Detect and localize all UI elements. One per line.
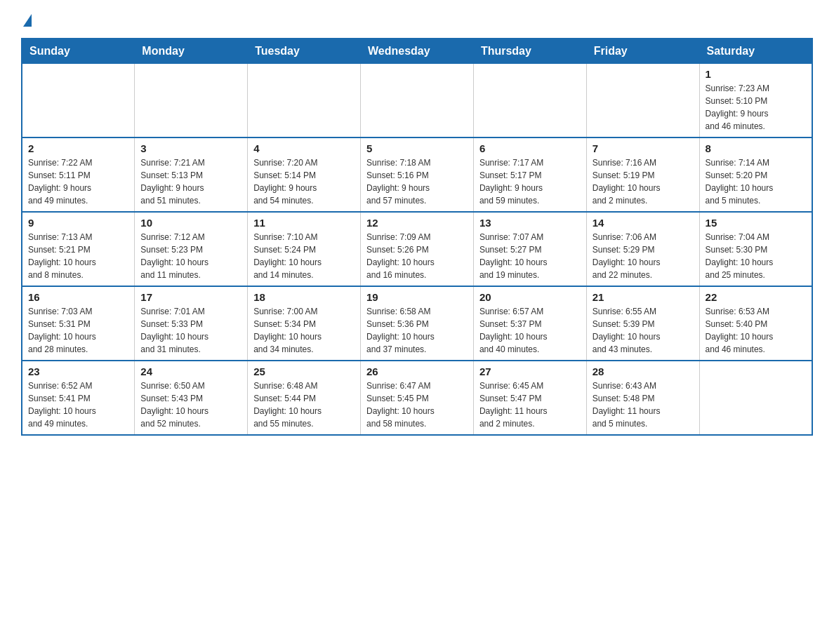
day-number: 18: [253, 291, 355, 303]
calendar-cell: 20Sunrise: 6:57 AM Sunset: 5:37 PM Dayli…: [473, 286, 586, 361]
day-number: 22: [706, 291, 806, 303]
day-info-text: Sunrise: 7:09 AM Sunset: 5:26 PM Dayligh…: [366, 231, 468, 281]
day-info-text: Sunrise: 7:07 AM Sunset: 5:27 PM Dayligh…: [479, 231, 581, 281]
calendar-cell: 23Sunrise: 6:52 AM Sunset: 5:41 PM Dayli…: [22, 361, 135, 435]
day-info-text: Sunrise: 7:14 AM Sunset: 5:20 PM Dayligh…: [706, 156, 806, 207]
day-info-text: Sunrise: 6:52 AM Sunset: 5:41 PM Dayligh…: [28, 380, 128, 430]
page-header: [21, 14, 813, 24]
calendar-cell: 6Sunrise: 7:17 AM Sunset: 5:17 PM Daylig…: [473, 137, 586, 212]
day-info-text: Sunrise: 6:47 AM Sunset: 5:45 PM Dayligh…: [366, 380, 468, 430]
day-info-text: Sunrise: 7:23 AM Sunset: 5:10 PM Dayligh…: [706, 82, 806, 133]
day-header-friday: Friday: [586, 39, 699, 64]
calendar-cell: 13Sunrise: 7:07 AM Sunset: 5:27 PM Dayli…: [473, 212, 586, 286]
calendar-cell: 22Sunrise: 6:53 AM Sunset: 5:40 PM Dayli…: [699, 286, 812, 361]
day-number: 28: [593, 365, 694, 377]
day-info-text: Sunrise: 7:00 AM Sunset: 5:34 PM Dayligh…: [253, 305, 355, 356]
day-number: 11: [253, 217, 355, 229]
calendar-cell: [699, 361, 812, 435]
calendar-cell: 8Sunrise: 7:14 AM Sunset: 5:20 PM Daylig…: [699, 137, 812, 212]
day-number: 14: [593, 217, 694, 229]
day-number: 19: [366, 291, 468, 303]
day-number: 7: [593, 142, 694, 154]
logo-triangle-icon: [23, 14, 32, 27]
day-number: 10: [140, 217, 241, 229]
day-info-text: Sunrise: 7:16 AM Sunset: 5:19 PM Dayligh…: [593, 156, 694, 207]
day-info-text: Sunrise: 6:48 AM Sunset: 5:44 PM Dayligh…: [253, 380, 355, 430]
day-info-text: Sunrise: 6:55 AM Sunset: 5:39 PM Dayligh…: [593, 305, 694, 356]
day-info-text: Sunrise: 6:50 AM Sunset: 5:43 PM Dayligh…: [140, 380, 241, 430]
day-info-text: Sunrise: 7:13 AM Sunset: 5:21 PM Dayligh…: [28, 231, 128, 281]
day-number: 8: [706, 142, 806, 154]
day-number: 24: [140, 365, 241, 377]
calendar-cell: 24Sunrise: 6:50 AM Sunset: 5:43 PM Dayli…: [135, 361, 248, 435]
calendar-table: SundayMondayTuesdayWednesdayThursdayFrid…: [21, 38, 813, 436]
calendar-cell: 14Sunrise: 7:06 AM Sunset: 5:29 PM Dayli…: [586, 212, 699, 286]
day-number: 2: [28, 142, 128, 154]
calendar-cell: 17Sunrise: 7:01 AM Sunset: 5:33 PM Dayli…: [135, 286, 248, 361]
calendar-week-4: 16Sunrise: 7:03 AM Sunset: 5:31 PM Dayli…: [22, 286, 812, 361]
day-number: 15: [706, 217, 806, 229]
calendar-cell: [135, 64, 248, 138]
calendar-cell: 2Sunrise: 7:22 AM Sunset: 5:11 PM Daylig…: [22, 137, 135, 212]
day-info-text: Sunrise: 6:58 AM Sunset: 5:36 PM Dayligh…: [366, 305, 468, 356]
calendar-week-5: 23Sunrise: 6:52 AM Sunset: 5:41 PM Dayli…: [22, 361, 812, 435]
calendar-cell: 19Sunrise: 6:58 AM Sunset: 5:36 PM Dayli…: [361, 286, 474, 361]
day-header-monday: Monday: [135, 39, 248, 64]
calendar-cell: 26Sunrise: 6:47 AM Sunset: 5:45 PM Dayli…: [361, 361, 474, 435]
calendar-cell: 16Sunrise: 7:03 AM Sunset: 5:31 PM Dayli…: [22, 286, 135, 361]
day-info-text: Sunrise: 7:03 AM Sunset: 5:31 PM Dayligh…: [28, 305, 128, 356]
day-info-text: Sunrise: 7:12 AM Sunset: 5:23 PM Dayligh…: [140, 231, 241, 281]
calendar-week-1: 1Sunrise: 7:23 AM Sunset: 5:10 PM Daylig…: [22, 64, 812, 138]
calendar-cell: 4Sunrise: 7:20 AM Sunset: 5:14 PM Daylig…: [248, 137, 361, 212]
calendar-cell: 27Sunrise: 6:45 AM Sunset: 5:47 PM Dayli…: [473, 361, 586, 435]
calendar-cell: [473, 64, 586, 138]
day-info-text: Sunrise: 6:45 AM Sunset: 5:47 PM Dayligh…: [479, 380, 581, 430]
day-info-text: Sunrise: 7:18 AM Sunset: 5:16 PM Dayligh…: [366, 156, 468, 207]
calendar-cell: 10Sunrise: 7:12 AM Sunset: 5:23 PM Dayli…: [135, 212, 248, 286]
day-number: 12: [366, 217, 468, 229]
day-number: 9: [28, 217, 128, 229]
calendar-cell: 12Sunrise: 7:09 AM Sunset: 5:26 PM Dayli…: [361, 212, 474, 286]
day-info-text: Sunrise: 7:22 AM Sunset: 5:11 PM Dayligh…: [28, 156, 128, 207]
calendar-cell: 18Sunrise: 7:00 AM Sunset: 5:34 PM Dayli…: [248, 286, 361, 361]
day-header-sunday: Sunday: [22, 39, 135, 64]
calendar-cell: 25Sunrise: 6:48 AM Sunset: 5:44 PM Dayli…: [248, 361, 361, 435]
day-info-text: Sunrise: 7:21 AM Sunset: 5:13 PM Dayligh…: [140, 156, 241, 207]
day-info-text: Sunrise: 6:53 AM Sunset: 5:40 PM Dayligh…: [706, 305, 806, 356]
calendar-cell: 5Sunrise: 7:18 AM Sunset: 5:16 PM Daylig…: [361, 137, 474, 212]
calendar-cell: 11Sunrise: 7:10 AM Sunset: 5:24 PM Dayli…: [248, 212, 361, 286]
day-number: 21: [593, 291, 694, 303]
calendar-cell: 28Sunrise: 6:43 AM Sunset: 5:48 PM Dayli…: [586, 361, 699, 435]
calendar-header-row: SundayMondayTuesdayWednesdayThursdayFrid…: [22, 39, 812, 64]
day-number: 1: [706, 68, 806, 80]
day-info-text: Sunrise: 7:04 AM Sunset: 5:30 PM Dayligh…: [706, 231, 806, 281]
calendar-cell: 3Sunrise: 7:21 AM Sunset: 5:13 PM Daylig…: [135, 137, 248, 212]
day-header-wednesday: Wednesday: [361, 39, 474, 64]
calendar-cell: [22, 64, 135, 138]
calendar-cell: 9Sunrise: 7:13 AM Sunset: 5:21 PM Daylig…: [22, 212, 135, 286]
day-info-text: Sunrise: 7:01 AM Sunset: 5:33 PM Dayligh…: [140, 305, 241, 356]
day-header-saturday: Saturday: [699, 39, 812, 64]
day-info-text: Sunrise: 7:06 AM Sunset: 5:29 PM Dayligh…: [593, 231, 694, 281]
day-number: 13: [479, 217, 581, 229]
day-number: 3: [140, 142, 241, 154]
calendar-cell: 15Sunrise: 7:04 AM Sunset: 5:30 PM Dayli…: [699, 212, 812, 286]
calendar-week-3: 9Sunrise: 7:13 AM Sunset: 5:21 PM Daylig…: [22, 212, 812, 286]
logo-top: [21, 14, 32, 27]
day-number: 26: [366, 365, 468, 377]
day-info-text: Sunrise: 6:57 AM Sunset: 5:37 PM Dayligh…: [479, 305, 581, 356]
calendar-cell: 1Sunrise: 7:23 AM Sunset: 5:10 PM Daylig…: [699, 64, 812, 138]
day-number: 20: [479, 291, 581, 303]
calendar-cell: [248, 64, 361, 138]
day-header-tuesday: Tuesday: [248, 39, 361, 64]
day-number: 25: [253, 365, 355, 377]
day-header-thursday: Thursday: [473, 39, 586, 64]
day-number: 17: [140, 291, 241, 303]
day-info-text: Sunrise: 7:10 AM Sunset: 5:24 PM Dayligh…: [253, 231, 355, 281]
calendar-cell: 21Sunrise: 6:55 AM Sunset: 5:39 PM Dayli…: [586, 286, 699, 361]
day-number: 16: [28, 291, 128, 303]
day-info-text: Sunrise: 7:17 AM Sunset: 5:17 PM Dayligh…: [479, 156, 581, 207]
day-number: 27: [479, 365, 581, 377]
calendar-cell: [361, 64, 474, 138]
day-number: 23: [28, 365, 128, 377]
